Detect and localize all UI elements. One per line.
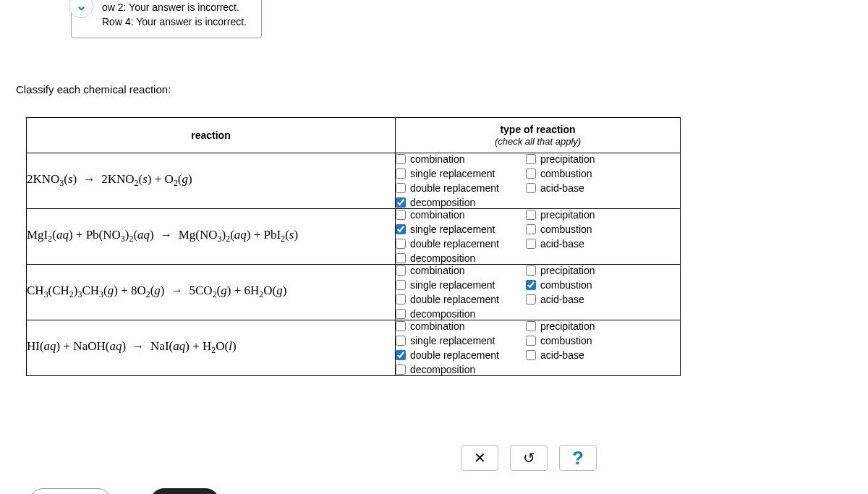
checkbox-acid[interactable]: acid-base xyxy=(526,294,627,305)
control-bar: ✕ ↺ ? xyxy=(461,445,597,471)
checkbox-label: single replacement xyxy=(410,168,495,179)
checkbox-label: acid-base xyxy=(540,182,584,194)
checkbox-combustion[interactable]: combustion xyxy=(526,223,627,235)
checkbox-input-double[interactable] xyxy=(396,350,406,360)
checkbox-precipitation[interactable]: precipitation xyxy=(526,153,627,165)
checkbox-label: precipitation xyxy=(540,153,595,165)
checkbox-label: combination xyxy=(410,153,465,165)
checkbox-label: combination xyxy=(410,209,465,221)
reset-button[interactable]: ↺ xyxy=(510,445,548,471)
checkbox-acid[interactable]: acid-base xyxy=(526,182,627,194)
checkbox-label: combustion xyxy=(540,223,592,235)
checkbox-combustion[interactable]: combustion xyxy=(526,168,627,179)
checkbox-single[interactable]: single replacement xyxy=(396,223,520,235)
checkbox-precipitation[interactable]: precipitation xyxy=(526,265,627,276)
reaction-3: CH3(CH2)3CH3(g) + 8O2(g) → 5CO2(g) + 6H2… xyxy=(27,265,396,320)
checkbox-combination[interactable]: combination xyxy=(396,209,520,221)
checkbox-input-double[interactable] xyxy=(396,239,406,249)
checkbox-label: decomposition xyxy=(410,252,475,264)
checkbox-label: combination xyxy=(410,265,465,276)
table-row: CH3(CH2)3CH3(g) + 8O2(g) → 5CO2(g) + 6H2… xyxy=(27,265,681,320)
type-cell-3: combinationprecipitationsingle replaceme… xyxy=(396,265,681,320)
checkbox-decomposition[interactable]: decomposition xyxy=(396,197,520,208)
checkbox-input-single[interactable] xyxy=(396,169,406,179)
checkbox-input-combination[interactable] xyxy=(396,154,406,164)
checkbox-combustion[interactable]: combustion xyxy=(526,335,627,346)
table-row: HI(aq) + NaOH(aq) → NaI(aq) + H2O(l) com… xyxy=(27,320,681,376)
checkbox-input-double[interactable] xyxy=(396,183,406,193)
checkbox-acid[interactable]: acid-base xyxy=(526,238,627,250)
close-button[interactable]: ✕ xyxy=(461,445,498,471)
checkbox-input-decomposition[interactable] xyxy=(396,253,406,263)
checkbox-input-acid[interactable] xyxy=(526,350,536,360)
checkbox-label: combination xyxy=(410,320,465,332)
checkbox-input-precipitation[interactable] xyxy=(526,321,536,331)
checkbox-input-decomposition[interactable] xyxy=(396,309,406,319)
checkbox-input-combination[interactable] xyxy=(396,265,406,276)
checkbox-input-combustion[interactable] xyxy=(526,280,536,290)
checkbox-input-acid[interactable] xyxy=(526,239,536,249)
checkbox-label: acid-base xyxy=(540,349,584,361)
checkbox-label: combustion xyxy=(540,335,592,346)
checkbox-single[interactable]: single replacement xyxy=(396,279,520,291)
checkbox-label: combustion xyxy=(540,168,592,179)
checkbox-label: combustion xyxy=(540,279,592,291)
help-button[interactable]: ? xyxy=(559,445,597,471)
checkbox-input-combination[interactable] xyxy=(396,321,406,331)
checkbox-label: double replacement xyxy=(410,238,499,250)
checkbox-input-acid[interactable] xyxy=(526,294,536,305)
checkbox-acid[interactable]: acid-base xyxy=(526,349,627,361)
checkbox-input-precipitation[interactable] xyxy=(526,265,536,276)
checkbox-input-precipitation[interactable] xyxy=(526,210,536,220)
checkbox-decomposition[interactable]: decomposition xyxy=(396,252,520,264)
header-reaction: reaction xyxy=(27,118,396,153)
chevron-down-icon[interactable]: ⌄ xyxy=(69,0,93,18)
feedback-row-4: Row 4: Your answer is incorrect. xyxy=(102,15,247,30)
checkbox-input-single[interactable] xyxy=(396,336,406,346)
checkbox-label: acid-base xyxy=(540,238,584,250)
question-text: Classify each chemical reaction: xyxy=(16,83,171,95)
checkbox-input-double[interactable] xyxy=(396,294,406,305)
checkbox-label: double replacement xyxy=(410,349,499,361)
recheck-tab[interactable]: Recheck xyxy=(150,488,219,494)
type-cell-2: combinationprecipitationsingle replaceme… xyxy=(396,209,681,265)
checkbox-decomposition[interactable]: decomposition xyxy=(396,308,520,320)
checkbox-input-single[interactable] xyxy=(396,280,406,290)
explanation-tab[interactable]: Explanation xyxy=(29,488,112,494)
checkbox-input-precipitation[interactable] xyxy=(526,154,536,164)
reaction-2: MgI2(aq) + Pb(NO3)2(aq) → Mg(NO3)2(aq) +… xyxy=(27,209,396,265)
checkbox-double[interactable]: double replacement xyxy=(396,349,520,361)
checkbox-label: double replacement xyxy=(410,294,499,305)
checkbox-input-decomposition[interactable] xyxy=(396,365,406,375)
table-row: 2KNO3(s) → 2KNO2(s) + O2(g) combinationp… xyxy=(27,153,681,209)
checkbox-label: precipitation xyxy=(540,265,595,276)
reaction-1: 2KNO3(s) → 2KNO2(s) + O2(g) xyxy=(27,153,396,209)
checkbox-label: precipitation xyxy=(540,320,595,332)
checkbox-single[interactable]: single replacement xyxy=(396,335,520,346)
header-type-sub: (check all that apply) xyxy=(495,136,581,147)
checkbox-input-combustion[interactable] xyxy=(526,224,536,234)
checkbox-single[interactable]: single replacement xyxy=(396,168,520,179)
checkbox-input-combustion[interactable] xyxy=(526,336,536,346)
type-cell-4: combinationprecipitationsingle replaceme… xyxy=(396,320,681,376)
checkbox-label: single replacement xyxy=(410,335,495,346)
checkbox-precipitation[interactable]: precipitation xyxy=(526,209,627,221)
checkbox-input-acid[interactable] xyxy=(526,183,536,193)
checkbox-double[interactable]: double replacement xyxy=(396,238,520,250)
checkbox-double[interactable]: double replacement xyxy=(396,294,520,305)
checkbox-precipitation[interactable]: precipitation xyxy=(526,320,627,332)
checkbox-combination[interactable]: combination xyxy=(396,320,520,332)
checkbox-combination[interactable]: combination xyxy=(396,265,520,276)
header-type: type of reaction (check all that apply) xyxy=(396,118,681,153)
checkbox-double[interactable]: double replacement xyxy=(396,182,520,194)
checkbox-input-combination[interactable] xyxy=(396,210,406,220)
checkbox-combination[interactable]: combination xyxy=(396,153,520,165)
checkbox-label: precipitation xyxy=(540,209,595,221)
checkbox-decomposition[interactable]: decomposition xyxy=(396,364,520,375)
checkbox-label: decomposition xyxy=(410,197,475,208)
checkbox-input-combustion[interactable] xyxy=(526,169,536,179)
checkbox-combustion[interactable]: combustion xyxy=(526,279,627,291)
feedback-row-2: ow 2: Your answer is incorrect. xyxy=(102,1,247,15)
checkbox-input-single[interactable] xyxy=(396,224,406,234)
checkbox-input-decomposition[interactable] xyxy=(396,197,406,208)
